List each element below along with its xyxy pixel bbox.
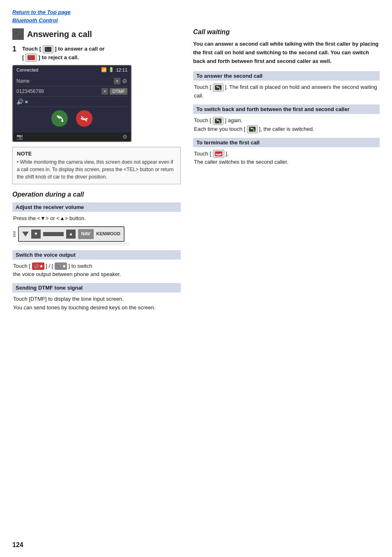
svg-text:📞: 📞 (15, 31, 22, 38)
terminate-call-title: To terminate the first call (193, 138, 380, 147)
adjust-receiver-content: Press the <▼> or <▲> button. (13, 215, 86, 221)
screen-phone-number: 0123456789 (16, 88, 101, 94)
screen-status-icons: 📶 🔋 12:11 (101, 67, 127, 72)
nav-label[interactable]: NAV (78, 229, 94, 239)
terminate-text2: The caller switches to the second caller… (194, 159, 288, 165)
screen-name-label: Name (16, 78, 114, 84)
adjust-receiver-text: Press the <▼> or <▲> button. ▼ ▲ (12, 214, 181, 245)
screen-settings-icon: ⚙ (122, 78, 127, 84)
switch-caller-line2-after: ], the caller is switched. (259, 126, 314, 132)
answer-button-icon[interactable]: 📞 (43, 45, 53, 53)
speaker-phone-btn-icon[interactable]: 🔊 ■ (32, 262, 44, 270)
section-heading-answering: 📞 Answering a call (12, 28, 181, 40)
step-1-text-mid: ] to answer a call or (55, 46, 104, 52)
left-column: 📞 Answering a call 1 Touch [ 📞 ] to answ… (12, 28, 181, 316)
section-title-answering: Answering a call (27, 30, 92, 39)
brand-label: KENWOOD (96, 230, 120, 238)
breadcrumb: Return to the Top page Bluetooth Control (12, 8, 380, 24)
volume-bar-mockup: ▼ ▲ NAV KENWOOD (13, 226, 180, 245)
switch-caller-line1-after: ] again. (225, 117, 242, 123)
terminate-call-btn-icon[interactable] (213, 150, 224, 158)
screen-reject-call-button[interactable] (76, 110, 92, 127)
screen-chevron-icon: « (114, 78, 120, 84)
screen-dtmf-label: DTMF (110, 88, 127, 95)
dtmf-content: Touch [DTMF] to display the tone input s… (12, 295, 181, 312)
screen-chevron2-icon: « (101, 88, 108, 95)
screen-vol-level-icon: ■ (25, 99, 28, 104)
svg-text:🔊: 🔊 (57, 264, 62, 269)
screen-battery-icon: 🔋 (108, 67, 114, 72)
terminate-text-before: Touch [ (194, 151, 211, 157)
step-1-text: Touch [ 📞 ] to answer a call or [ 📵 (22, 45, 105, 62)
page-number: 124 (12, 541, 23, 549)
right-column: Call waiting You can answer a second cal… (193, 28, 380, 316)
screen-top-bar: Connected 📶 🔋 12:11 (13, 66, 131, 74)
bluetooth-control-link[interactable]: Bluetooth Control (12, 16, 380, 25)
reject-button-icon[interactable]: 📵 (25, 53, 37, 62)
vol-bar-container: ▼ ▲ NAV KENWOOD (18, 226, 125, 242)
note-title: NOTE (17, 151, 176, 157)
return-top-link[interactable]: Return to the Top page (12, 8, 380, 16)
phone-screen-mockup: Connected 📶 🔋 12:11 Name « ⚙ 0123456789 … (12, 65, 131, 142)
note-text: • While monitoring the camera view, this… (17, 158, 176, 181)
switch-voice-title: Switch the voice output (12, 250, 181, 260)
call-waiting-intro: You can answer a second call while talki… (193, 40, 380, 65)
phone-section-icon: 📞 (12, 28, 24, 40)
screen-name-row: Name « ⚙ (16, 76, 127, 86)
switch-caller-btn-icon[interactable] (213, 117, 224, 125)
screen-signal-icon: 📶 (101, 67, 107, 72)
adjust-receiver-title: Adjust the receiver volume (12, 202, 181, 212)
switch-voice-content: Touch [ 🔊 ■ ] / [ 🔊 ■ ] to switchthe voi… (12, 262, 181, 279)
step-1-text-before: Touch [ (22, 46, 41, 52)
screen-time: 12:11 (116, 67, 127, 72)
svg-text:📵: 📵 (28, 56, 33, 60)
switch-voice-text-before: Touch [ (13, 263, 30, 269)
svg-text:🔊: 🔊 (34, 264, 39, 269)
vol-bar-visual (43, 232, 64, 236)
switch-caller-line1-before: Touch [ (194, 117, 211, 123)
note-box: NOTE • While monitoring the camera view,… (12, 147, 181, 184)
switch-caller-content: Touch [ ] again. Each time you touch [ ]… (193, 116, 380, 134)
screen-vol-row: 🔊 ■ (16, 97, 127, 107)
step-1: 1 Touch [ 📞 ] to answer a call or [ 📵 (12, 45, 181, 62)
screen-bottom-gear-icon: ⚙ (122, 134, 127, 140)
step-number-1: 1 (12, 45, 20, 53)
screen-answer-call-button[interactable] (51, 110, 68, 127)
terminate-text-after: ]. (226, 151, 228, 157)
answer-second-call-btn-icon[interactable] (213, 84, 224, 92)
speaker-alt-btn-icon[interactable]: 🔊 ■ (55, 262, 67, 270)
answer-second-text-before: Touch [ (194, 84, 211, 90)
screen-body: Name « ⚙ 0123456789 « DTMF 🔊 ■ (13, 74, 131, 132)
screen-call-buttons (16, 107, 127, 130)
dtmf-text2: You can send tones by touching desired k… (13, 304, 155, 311)
switch-caller-title: To switch back and forth between the fir… (193, 104, 380, 114)
screen-number-row: 0123456789 « DTMF (16, 86, 127, 97)
step-1-text-end: ] to reject a call. (39, 54, 79, 60)
switch-voice-slash: ] / [ (46, 263, 53, 269)
screen-bottom-bar: 📷 ⚙ (13, 132, 131, 141)
terminate-call-content: Touch [ ]. The caller switches to the se… (193, 150, 380, 167)
answer-second-title: To answer the second call (193, 71, 380, 81)
operation-during-call-title: Operation during a call (12, 191, 181, 198)
vol-minus-button[interactable]: ▼ (31, 230, 41, 239)
dtmf-title: Sending DTMF tone signal (12, 283, 181, 292)
answer-second-content: Touch [ ]. The first call is placed on h… (193, 83, 380, 100)
screen-vol-icon: 🔊 (16, 98, 23, 105)
switch-caller-btn2-icon[interactable] (247, 125, 258, 133)
switch-caller-line2-before: Each time you touch [ (194, 126, 245, 132)
dtmf-text1: Touch [DTMF] to display the tone input s… (13, 296, 124, 302)
screen-bottom-cam-icon: 📷 (16, 134, 23, 140)
vol-down-icon (22, 232, 29, 237)
screen-connected-status: Connected (16, 67, 38, 72)
svg-text:📞: 📞 (46, 47, 51, 52)
vol-plus-button[interactable]: ▲ (66, 230, 76, 239)
step-1-bracket-open: [ (22, 54, 25, 60)
call-waiting-title: Call waiting (193, 28, 380, 36)
